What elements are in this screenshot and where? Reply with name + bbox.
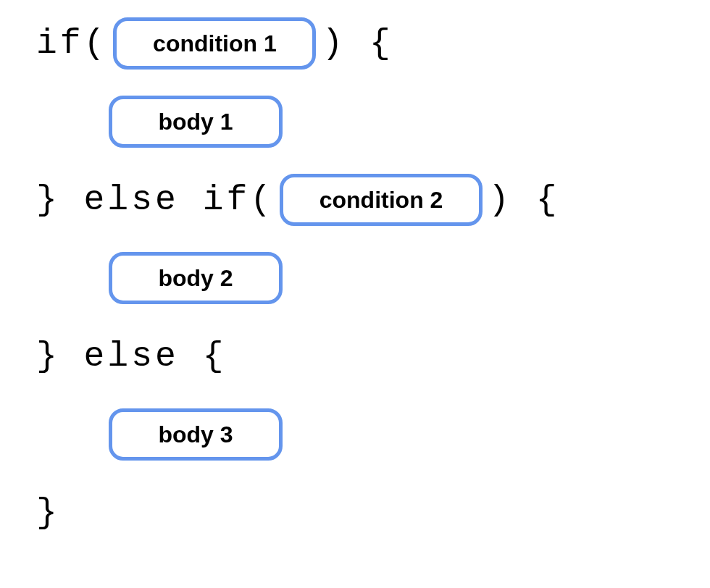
body-2-slot: body 2 bbox=[109, 252, 283, 304]
body-2-line: body 2 bbox=[109, 249, 674, 307]
body-1-line: body 1 bbox=[109, 93, 674, 151]
condition-2-slot: condition 2 bbox=[280, 174, 483, 226]
else-if-line: } else if( condition 2 ) { bbox=[36, 171, 674, 229]
keyword-close-paren-brace-2: ) { bbox=[488, 180, 559, 219]
closing-brace-line: } bbox=[36, 484, 674, 542]
condition-1-slot: condition 1 bbox=[113, 17, 316, 70]
keyword-else-if-open: } else if( bbox=[36, 180, 274, 219]
body-3-line: body 3 bbox=[109, 406, 674, 463]
body-3-slot: body 3 bbox=[109, 408, 283, 461]
keyword-close-paren-brace: ) { bbox=[322, 24, 393, 63]
else-line: } else { bbox=[36, 327, 674, 385]
keyword-else-brace: } else { bbox=[36, 337, 226, 376]
body-1-slot: body 1 bbox=[109, 96, 283, 148]
keyword-close-brace: } bbox=[36, 493, 60, 532]
keyword-if-open: if( bbox=[36, 24, 107, 63]
if-line: if( condition 1 ) { bbox=[36, 14, 674, 72]
